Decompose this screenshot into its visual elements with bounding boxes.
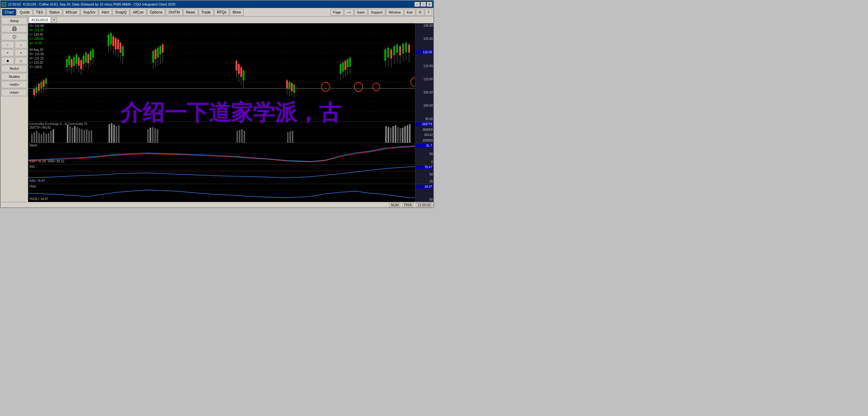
menu-alert[interactable]: Alert [99, 9, 112, 15]
main-chart[interactable]: 介绍一下道家学派，古 O= 116.90 H= 121.25 L= 116.65… [28, 23, 433, 202]
svg-rect-123 [402, 44, 404, 54]
status-bar: NUM P005 12:50:03 [1, 202, 433, 207]
menu-news[interactable]: News [183, 9, 198, 15]
menu-options[interactable]: Options [147, 9, 165, 15]
svg-rect-142 [48, 133, 49, 143]
close-btn[interactable]: ✕ [427, 2, 432, 7]
chart-tab-main[interactable]: KCEU20,D [29, 17, 51, 23]
svg-rect-93 [286, 80, 288, 89]
time-indicator: 12:50:03 [416, 203, 432, 207]
menu-quote[interactable]: Quote [17, 9, 32, 15]
save-btn[interactable]: Save [354, 9, 368, 15]
svg-rect-4 [13, 29, 16, 31]
menu-snapq[interactable]: SnapQ [113, 9, 129, 15]
svg-rect-49 [80, 60, 82, 69]
rsi-axis: 79.47 50 25 [415, 164, 433, 184]
volume-panel: Commodity Exchange V... & Commodity OI 2… [28, 122, 433, 143]
exit-btn[interactable]: Exit [404, 9, 415, 15]
sidebar: Setup i ↑ ↓ × × ◆ ◇ ReScl Studies <IntD> [1, 17, 28, 202]
menu-status[interactable]: Status [46, 9, 62, 15]
vol-300k: 300000 [416, 128, 433, 131]
svg-rect-37 [66, 59, 68, 67]
svg-rect-173 [385, 126, 387, 142]
svg-rect-143 [50, 130, 52, 142]
svg-rect-153 [86, 129, 87, 142]
menu-allcon[interactable]: AllCon [130, 9, 146, 15]
maximize-btn[interactable]: □ [421, 2, 426, 7]
svg-rect-182 [407, 125, 408, 142]
rescl-btn[interactable]: ReScl [1, 65, 27, 72]
svg-rect-137 [36, 130, 37, 142]
menu-chart[interactable]: Chart [2, 9, 16, 15]
svg-rect-45 [75, 54, 77, 64]
support-btn[interactable]: Support [368, 9, 385, 15]
svg-rect-91 [243, 70, 245, 80]
svg-rect-125 [405, 43, 407, 52]
window-btn[interactable]: Window [386, 9, 403, 15]
svg-rect-97 [291, 83, 293, 91]
svg-rect-121 [399, 46, 401, 56]
svg-rect-119 [396, 44, 398, 53]
props-btn[interactable]: i [1, 33, 27, 40]
svg-rect-59 [92, 49, 94, 58]
menu-more[interactable]: More [230, 9, 244, 15]
title-text: 12:50:02 [8, 2, 21, 6]
svg-text:C: C [3, 3, 5, 6]
svg-rect-103 [342, 63, 344, 72]
menu-ordtkt[interactable]: OrdTkt [166, 9, 183, 15]
svg-rect-156 [108, 124, 110, 143]
svg-rect-57 [90, 51, 92, 60]
cross2-btn[interactable]: × [15, 49, 28, 56]
menu-bar: Chart Quote T&S Status MScan SupSrv Aler… [1, 8, 433, 17]
page-btn[interactable]: Page [331, 9, 344, 15]
svg-rect-157 [111, 123, 113, 143]
rsi-current: 79.47 [416, 165, 433, 169]
app-icon: C [2, 2, 6, 6]
rsi-50: 50 [416, 173, 433, 176]
svg-rect-51 [83, 56, 85, 64]
minimize-btn[interactable]: ─ [414, 2, 420, 7]
setup-btn[interactable]: Setup [1, 17, 27, 25]
icon-row-1: ↑ ↓ [1, 41, 27, 49]
draw1-btn[interactable]: ◆ [1, 57, 14, 64]
hvol-axis: 34.07 50 [415, 184, 433, 202]
svg-rect-147 [72, 127, 73, 142]
rsi-25: 25 [416, 180, 433, 183]
nav-btn[interactable]: –+ [344, 9, 354, 15]
svg-rect-117 [393, 46, 395, 56]
vol-200k: 200000 [416, 139, 433, 142]
intd-btn[interactable]: <IntD> [1, 81, 27, 88]
menu-trade[interactable]: Trade [198, 9, 214, 15]
title-controls: ─ □ ✕ [414, 2, 432, 7]
svg-rect-87 [238, 64, 240, 74]
studies-btn[interactable]: Studies [1, 73, 27, 80]
print-btn[interactable] [1, 25, 27, 32]
add-tab-btn[interactable]: + [52, 17, 57, 23]
hvol-current: 34.07 [416, 185, 433, 189]
draw2-btn[interactable]: ◇ [15, 57, 28, 64]
down-btn[interactable]: ↓ [15, 41, 28, 49]
help-btn[interactable]: ? [425, 9, 432, 15]
price-svg [28, 23, 415, 121]
hvol-svg [28, 184, 415, 202]
up-btn[interactable]: ↑ [1, 41, 14, 49]
hist-btn[interactable]: <Hist> [1, 89, 27, 96]
svg-rect-175 [390, 127, 392, 142]
svg-rect-67 [115, 38, 117, 49]
menu-ts[interactable]: T&S [33, 9, 46, 15]
price-axis: 130.00 125.00 120.05 115.00 110.00 105.0… [415, 23, 433, 121]
content-area: Setup i ↑ ↓ × × ◆ ◇ ReScl Studies <IntD> [1, 17, 433, 202]
stoch-50: 50 [416, 152, 433, 156]
menu-rfqs[interactable]: RFQs [214, 9, 229, 15]
price-115: 115.00 [416, 64, 433, 68]
menu-mscan[interactable]: MScan [63, 9, 80, 15]
current-price: 120.05 [416, 50, 433, 54]
menu-supsrv[interactable]: SupSrv [81, 9, 98, 15]
svg-rect-25 [33, 89, 35, 95]
svg-rect-73 [122, 46, 124, 56]
svg-rect-170 [287, 132, 289, 142]
rsi-panel: RSI RSI= 79.47 79.47 50 [28, 164, 433, 184]
screen-btn[interactable]: ⊡ [416, 9, 424, 15]
cross1-btn[interactable]: × [1, 49, 14, 56]
price-chart-panel: O= 116.90 H= 121.25 L= 116.65 C= 120.05 … [28, 23, 433, 122]
